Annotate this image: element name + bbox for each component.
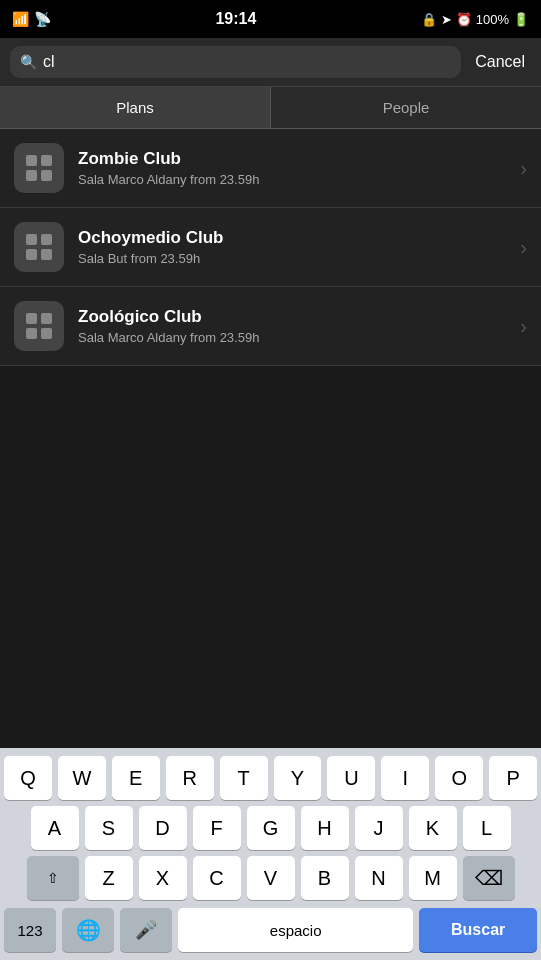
key-Q[interactable]: Q (4, 756, 52, 800)
key-row-1: Q W E R T Y U I O P (4, 756, 537, 800)
key-H[interactable]: H (301, 806, 349, 850)
key-W[interactable]: W (58, 756, 106, 800)
keyboard: Q W E R T Y U I O P A S D F G H J K L ⇧ … (0, 748, 541, 960)
key-I[interactable]: I (381, 756, 429, 800)
key-V[interactable]: V (247, 856, 295, 900)
key-R[interactable]: R (166, 756, 214, 800)
cancel-button[interactable]: Cancel (469, 49, 531, 75)
result-name-2: Ochoymedio Club (78, 228, 506, 248)
status-left: 📶 📡 (12, 11, 51, 27)
status-right: 🔒 ➤ ⏰ 100% 🔋 (421, 12, 529, 27)
key-Y[interactable]: Y (274, 756, 322, 800)
status-time: 19:14 (215, 10, 256, 28)
result-item-2[interactable]: Ochoymedio Club Sala But from 23.59h › (0, 208, 541, 287)
key-S[interactable]: S (85, 806, 133, 850)
tab-people[interactable]: People (271, 87, 541, 128)
grid-icon-2 (26, 234, 52, 260)
battery-icon: 🔋 (513, 12, 529, 27)
venue-name-3: Sala Marco Aldany (78, 330, 186, 345)
globe-key[interactable]: 🌐 (62, 908, 114, 952)
key-X[interactable]: X (139, 856, 187, 900)
space-key[interactable]: espacio (178, 908, 413, 952)
battery-text: 100% (476, 12, 509, 27)
search-icon: 🔍 (20, 54, 37, 70)
globe-icon: 🌐 (76, 918, 101, 942)
key-A[interactable]: A (31, 806, 79, 850)
key-T[interactable]: T (220, 756, 268, 800)
key-rows: Q W E R T Y U I O P A S D F G H J K L ⇧ … (0, 748, 541, 904)
chevron-icon-1: › (520, 157, 527, 180)
key-B[interactable]: B (301, 856, 349, 900)
key-M[interactable]: M (409, 856, 457, 900)
location-icon: ➤ (441, 12, 452, 27)
key-L[interactable]: L (463, 806, 511, 850)
key-O[interactable]: O (435, 756, 483, 800)
result-detail-2: Sala But from 23.59h (78, 251, 506, 266)
tabs-bar: Plans People (0, 87, 541, 129)
key-P[interactable]: P (489, 756, 537, 800)
mic-key[interactable]: 🎤 (120, 908, 172, 952)
alarm-icon: ⏰ (456, 12, 472, 27)
lock-icon: 🔒 (421, 12, 437, 27)
key-N[interactable]: N (355, 856, 403, 900)
result-text-1: Zombie Club Sala Marco Aldany from 23.59… (78, 149, 506, 187)
wifi-icon: 📡 (34, 11, 51, 27)
search-input[interactable] (43, 53, 451, 71)
key-G[interactable]: G (247, 806, 295, 850)
delete-key[interactable]: ⌫ (463, 856, 515, 900)
result-item-3[interactable]: Zoológico Club Sala Marco Aldany from 23… (0, 287, 541, 366)
search-input-wrapper[interactable]: 🔍 (10, 46, 461, 78)
result-detail-1: Sala Marco Aldany from 23.59h (78, 172, 506, 187)
chevron-icon-2: › (520, 236, 527, 259)
signal-icon: 📶 (12, 11, 29, 27)
key-Z[interactable]: Z (85, 856, 133, 900)
mic-icon: 🎤 (135, 919, 157, 941)
shift-key[interactable]: ⇧ (27, 856, 79, 900)
keyboard-bottom-row: 123 🌐 🎤 espacio Buscar (0, 904, 541, 960)
venue-icon-3 (14, 301, 64, 351)
key-J[interactable]: J (355, 806, 403, 850)
venue-name-1: Sala Marco Aldany (78, 172, 186, 187)
venue-icon-2 (14, 222, 64, 272)
numbers-key[interactable]: 123 (4, 908, 56, 952)
result-detail-3: Sala Marco Aldany from 23.59h (78, 330, 506, 345)
search-button[interactable]: Buscar (419, 908, 537, 952)
search-bar: 🔍 Cancel (0, 38, 541, 87)
key-U[interactable]: U (327, 756, 375, 800)
key-C[interactable]: C (193, 856, 241, 900)
tab-plans[interactable]: Plans (0, 87, 271, 128)
result-text-3: Zoológico Club Sala Marco Aldany from 23… (78, 307, 506, 345)
result-name-3: Zoológico Club (78, 307, 506, 327)
result-text-2: Ochoymedio Club Sala But from 23.59h (78, 228, 506, 266)
venue-name-2: Sala But (78, 251, 127, 266)
key-D[interactable]: D (139, 806, 187, 850)
results-list: Zombie Club Sala Marco Aldany from 23.59… (0, 129, 541, 366)
result-name-1: Zombie Club (78, 149, 506, 169)
venue-icon-1 (14, 143, 64, 193)
status-bar: 📶 📡 19:14 🔒 ➤ ⏰ 100% 🔋 (0, 0, 541, 38)
key-row-3: ⇧ Z X C V B N M ⌫ (4, 856, 537, 900)
key-F[interactable]: F (193, 806, 241, 850)
key-K[interactable]: K (409, 806, 457, 850)
chevron-icon-3: › (520, 315, 527, 338)
key-E[interactable]: E (112, 756, 160, 800)
result-item-1[interactable]: Zombie Club Sala Marco Aldany from 23.59… (0, 129, 541, 208)
grid-icon-1 (26, 155, 52, 181)
grid-icon-3 (26, 313, 52, 339)
key-row-2: A S D F G H J K L (4, 806, 537, 850)
